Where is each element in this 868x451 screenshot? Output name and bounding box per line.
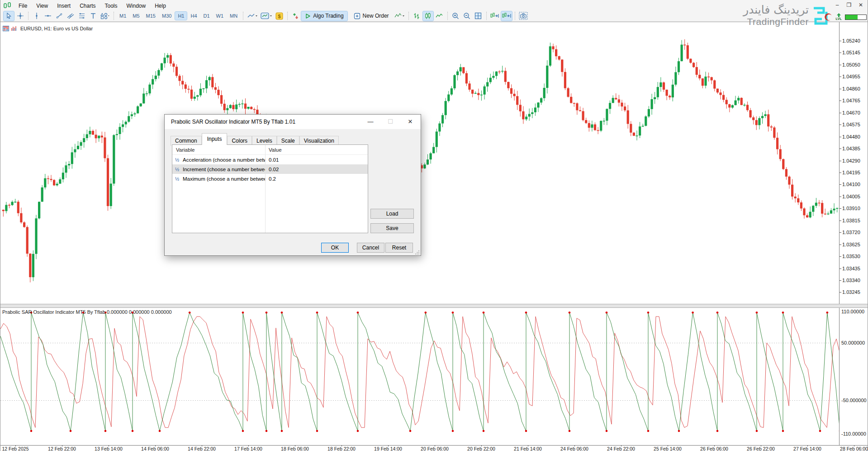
parameter-row[interactable]: ½Maximum (choose a number between ...0.2 [172,174,368,183]
menu-tools[interactable]: Tools [100,1,122,10]
close-window-button[interactable]: ✕ [855,1,867,9]
chart-shift-button[interactable] [501,11,512,21]
time-axis-label: 24 Feb 22:00 [607,446,635,451]
oscillator-chart[interactable] [0,308,840,445]
restore-window-button[interactable]: ❐ [843,1,855,9]
parameter-value[interactable]: 0.2 [265,176,276,182]
timeframe-h1-button[interactable]: H1 [175,12,187,20]
horizontal-line-tool-button[interactable] [43,11,53,21]
timeframe-h4-button[interactable]: H4 [188,12,199,20]
cancel-button[interactable]: Cancel [357,243,384,253]
one-click-trading-icon [11,26,17,31]
menu-file[interactable]: File [14,1,32,10]
load-button[interactable]: Load [370,209,414,219]
auto-scroll-button[interactable] [489,11,500,21]
level-indicator: LVL [835,13,842,21]
overlay-widgets: LVL [825,13,867,21]
depth-of-market-button[interactable] [290,11,301,21]
menu-help[interactable]: Help [150,1,171,10]
save-button[interactable]: Save [370,223,414,233]
parameter-rows: ½Acceleration (choose a number betwee...… [172,155,368,183]
price-axis-label: 1.04765 [842,98,860,103]
menu-window[interactable]: Window [122,1,151,10]
bars-chart-type-button[interactable] [412,11,422,21]
zoom-out-icon [463,12,470,19]
currency-button[interactable]: $ [274,11,285,21]
zoom-in-button[interactable] [451,11,461,21]
dialog-titlebar[interactable]: Prabolic SAR Oscillator Indicator MT5 By… [165,115,421,129]
price-axis[interactable]: 1.052401.051451.050501.049551.048601.047… [839,22,868,304]
main-price-chart[interactable]: EURUSD, H1: Euro vs US Dollar 1.052401.0… [0,22,868,304]
price-tick [840,173,841,173]
dollar-icon: $ [275,12,283,20]
symbol-label: EURUSD, H1: Euro vs US Dollar [20,26,93,31]
toolbar-separator [515,12,515,20]
timeframe-m30-button[interactable]: M30 [159,12,174,20]
oscillator-axis[interactable]: 110.0000050.000000-50.000000-110.00000 [839,308,868,445]
toolbar-separator [447,12,448,20]
menu-charts[interactable]: Charts [75,1,100,10]
price-tick [840,269,841,269]
time-axis-label: 26 Feb 06:00 [700,446,728,451]
price-axis-label: 1.03910 [842,206,860,211]
order-style-dropdown-button[interactable] [393,11,406,21]
reset-button[interactable]: Reset [385,243,413,253]
time-axis[interactable]: 12 Feb 202512 Feb 22:0013 Feb 14:0014 Fe… [0,445,868,451]
shapes-tool-button[interactable] [99,11,111,21]
price-tick [840,53,841,53]
price-tick [840,184,841,185]
ok-button[interactable]: OK [321,243,349,253]
up-down-arrows-icon [292,12,299,20]
dialog-close-button[interactable]: ✕ [400,115,420,128]
trendline-tool-button[interactable] [54,11,64,21]
price-tick [840,41,841,41]
price-tick [840,77,841,77]
parameter-row[interactable]: ½Increment (choose a number between ...0… [172,164,368,174]
candles-chart-type-button[interactable] [423,11,433,21]
timeframe-d1-button[interactable]: D1 [201,12,213,20]
pane-separator[interactable] [0,304,868,308]
chart-style-dropdown-button[interactable] [246,11,259,21]
line-chart-type-button[interactable] [434,11,445,21]
indicators-dropdown-button[interactable] [260,11,273,21]
algo-trading-button[interactable]: Algo Trading [301,11,347,21]
menu-view[interactable]: View [32,1,52,10]
dialog-maximize-button[interactable]: ☐ [380,115,400,128]
parameters-table[interactable]: Variable Value ½Acceleration (choose a n… [172,144,368,233]
dialog-tab-inputs[interactable]: Inputs [202,133,228,145]
sparkline-icon [394,12,405,19]
timeframe-m15-button[interactable]: M15 [143,12,158,20]
menu-items: FileViewInsertChartsToolsWindowHelp [14,1,171,10]
text-tool-button[interactable] [88,11,98,21]
fibonacci-tool-button[interactable] [76,11,87,21]
parameter-row[interactable]: ½Acceleration (choose a number betwee...… [172,155,368,164]
screenshot-button[interactable] [518,11,529,21]
cursor-tool-button[interactable] [4,11,14,21]
tile-windows-button[interactable] [473,11,484,21]
timeframe-mn-button[interactable]: MN [227,12,240,20]
price-axis-label: 1.03245 [842,289,860,295]
minimize-window-button[interactable]: – [831,1,843,9]
trendline-icon [56,12,63,19]
price-tick [840,113,841,113]
timeframe-m1-button[interactable]: M1 [117,12,129,20]
price-tick [840,89,841,89]
timeframe-m5-button[interactable]: M5 [130,12,142,20]
menu-insert[interactable]: Insert [52,1,75,10]
tradingfinder-watermark: تریدینگ فایندر TradingFinder [743,4,809,27]
crosshair-tool-button[interactable] [15,11,25,21]
new-order-button[interactable]: New Order [350,11,393,21]
oscillator-panel[interactable]: Prabolic SAR Oscillator Indicator MT5 By… [0,308,868,445]
channel-tool-button[interactable] [65,11,76,21]
vertical-line-tool-button[interactable] [31,11,42,21]
quotes-panel-icon [3,26,9,31]
time-axis-label: 20 Feb 22:00 [467,446,495,451]
resize-grip[interactable] [415,250,420,254]
parameter-value[interactable]: 0.01 [265,157,279,163]
parameter-value[interactable]: 0.02 [265,167,279,172]
price-tick [840,232,841,233]
zoom-out-button[interactable] [462,11,472,21]
dialog-minimize-button[interactable]: — [360,115,380,128]
price-tick [840,292,841,293]
timeframe-w1-button[interactable]: W1 [213,12,227,20]
